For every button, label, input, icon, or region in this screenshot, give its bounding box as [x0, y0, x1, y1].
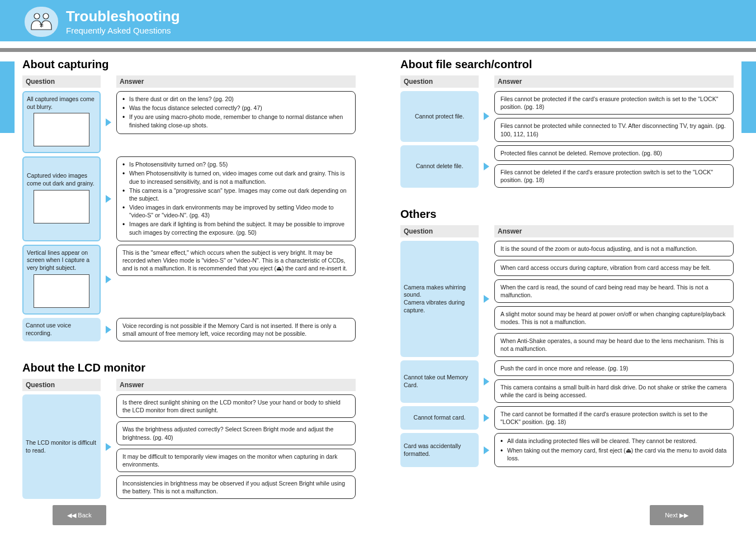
section-title: Others — [400, 208, 734, 221]
answer-box: All data including protected files will … — [494, 433, 734, 467]
header-band: ?! Troubleshooting Frequently Asked Ques… — [0, 0, 756, 41]
question-cell: Camera makes whirring sound.Camera vibra… — [400, 241, 479, 356]
question-cell: The LCD monitor is difficult to read. — [22, 394, 101, 499]
answer-stack: Is Photosensitivity turned on? (pg. 55)W… — [116, 156, 356, 241]
answer-stack: It is the sound of the zoom or auto-focu… — [494, 241, 734, 356]
content-area: About capturingQuestionAnswerAll capture… — [22, 56, 734, 517]
arrow-icon — [479, 406, 494, 430]
footer-next-button[interactable]: Next ▶▶ — [650, 505, 703, 525]
question-cell: Cannot delete file. — [400, 145, 479, 188]
thumbnail-placeholder — [34, 190, 89, 223]
answer-box: Files cannot be protected if the card's … — [494, 91, 734, 115]
grey-rule — [0, 48, 756, 52]
answer-stack: Files cannot be protected if the card's … — [494, 91, 734, 142]
arrow-icon — [479, 241, 494, 356]
question-cell: Cannot use voice recording. — [22, 318, 101, 341]
answer-box: Is there direct sunlight shining on the … — [116, 394, 356, 418]
qa-row: Cannot use voice recording.Voice recordi… — [22, 318, 356, 341]
answer-stack: This is the "smear effect," which occurs… — [116, 245, 356, 315]
footer-back-button[interactable]: ◀◀ Back — [53, 505, 106, 525]
answer-header: Answer — [494, 75, 734, 88]
answer-stack: The card cannot be formatted if the card… — [494, 406, 734, 430]
thumbnail-placeholder — [34, 274, 89, 308]
question-header: Question — [22, 379, 101, 391]
answer-box: It may be difficult to temporarily view … — [116, 449, 356, 472]
list-item: Was the focus distance selected correctl… — [122, 104, 349, 112]
question-cell: Captured video images come out dark and … — [22, 156, 101, 241]
qa-row: Cannot format card.The card cannot be fo… — [400, 406, 734, 430]
answer-box: Was the brightness adjusted correctly? S… — [116, 421, 356, 445]
answer-header: Answer — [494, 225, 734, 237]
question-header: Question — [22, 75, 101, 88]
side-tab-right — [741, 61, 756, 133]
thumbnail-placeholder — [34, 113, 89, 146]
answer-stack: Is there direct sunlight shining on the … — [116, 394, 356, 499]
header-subtitle: Frequently Asked Questions — [66, 26, 171, 35]
answer-box: When the card is read, the sound of card… — [494, 279, 734, 303]
answer-box: Files cannot be deleted if the card's er… — [494, 164, 734, 188]
qa-row: Cannot delete file.Protected files canno… — [400, 145, 734, 188]
answer-box: Is there dust or dirt on the lens? (pg. … — [116, 91, 356, 134]
answer-box: Push the card in once more and release. … — [494, 360, 734, 376]
qa-row: Card was accidentally formatted.All data… — [400, 433, 734, 467]
header-title: Troubleshooting — [66, 8, 180, 25]
answer-box: This is the "smear effect," which occurs… — [116, 245, 356, 277]
answer-box: It is the sound of the zoom or auto-focu… — [494, 241, 734, 256]
column-right: About file search/controlQuestionAnswerC… — [400, 56, 734, 517]
answer-box: Files cannot be protected while connecte… — [494, 118, 734, 141]
answer-stack: Protected files cannot be deleted. Remov… — [494, 145, 734, 188]
arrow-icon — [479, 145, 494, 188]
qa-row: All captured images come out blurry.Is t… — [22, 91, 356, 153]
list-item: All data including protected files will … — [500, 437, 727, 445]
arrow-icon — [101, 156, 116, 241]
qa-row: Vertical lines appear on screen when I c… — [22, 245, 356, 315]
question-cell: Cannot protect file. — [400, 91, 479, 142]
list-item: When Photosensitivity is turned on, vide… — [122, 169, 349, 185]
arrow-icon — [101, 394, 116, 499]
question-cell: Card was accidentally formatted. — [400, 433, 479, 467]
list-item: Images are dark if lighting is from behi… — [122, 220, 349, 236]
arrow-icon — [479, 91, 494, 142]
question-cell: Cannot take out Memory Card. — [400, 360, 479, 403]
section-title: About file search/control — [400, 58, 734, 71]
question-cell: Cannot format card. — [400, 406, 479, 430]
arrow-icon — [479, 433, 494, 467]
column-left: About capturingQuestionAnswerAll capture… — [22, 56, 356, 517]
question-cell: All captured images come out blurry. — [22, 91, 101, 153]
answer-box: Protected files cannot be deleted. Remov… — [494, 145, 734, 161]
arrow-icon — [101, 91, 116, 153]
answer-stack: Push the card in once more and release. … — [494, 360, 734, 403]
list-item: Is there dust or dirt on the lens? (pg. … — [122, 95, 349, 103]
list-item: If you are using macro-photo mode, remem… — [122, 113, 349, 129]
answer-box: The card cannot be formatted if the card… — [494, 406, 734, 430]
list-item: Is Photosensitivity turned on? (pg. 55) — [122, 160, 349, 168]
list-item: Video images in dark environments may be… — [122, 203, 349, 219]
question-header: Question — [400, 75, 479, 88]
list-item: When taking out the memory card, first e… — [500, 446, 727, 462]
answer-box: When Anti-Shake operates, a sound may be… — [494, 333, 734, 356]
section-title: About capturing — [22, 58, 356, 71]
answer-stack: All data including protected files will … — [494, 433, 734, 467]
answer-header: Answer — [116, 379, 356, 391]
answer-box: A slight motor sound may be heard at pow… — [494, 306, 734, 330]
section-title: About the LCD monitor — [22, 361, 356, 374]
reading-icon: ?! — [25, 7, 58, 37]
arrow-icon — [479, 360, 494, 403]
answer-box: Is Photosensitivity turned on? (pg. 55)W… — [116, 156, 356, 241]
qa-row: Captured video images come out dark and … — [22, 156, 356, 241]
svg-point-1 — [43, 13, 49, 19]
answer-box: Inconsistencies in brightness may be obs… — [116, 475, 356, 499]
qa-row: Cannot protect file.Files cannot be prot… — [400, 91, 734, 142]
svg-text:?!: ?! — [39, 23, 44, 28]
arrow-icon — [101, 245, 116, 315]
answer-stack: Voice recording is not possible if the M… — [116, 318, 356, 341]
answer-box: This camera contains a small built-in ha… — [494, 379, 734, 403]
answer-header: Answer — [116, 75, 356, 88]
list-item: This camera is a "progressive scan" type… — [122, 187, 349, 202]
side-tab-left — [0, 61, 15, 133]
arrow-icon — [101, 318, 116, 341]
qa-row: Camera makes whirring sound.Camera vibra… — [400, 241, 734, 356]
qa-row: Cannot take out Memory Card.Push the car… — [400, 360, 734, 403]
answer-stack: Is there dust or dirt on the lens? (pg. … — [116, 91, 356, 153]
svg-point-0 — [34, 13, 40, 19]
